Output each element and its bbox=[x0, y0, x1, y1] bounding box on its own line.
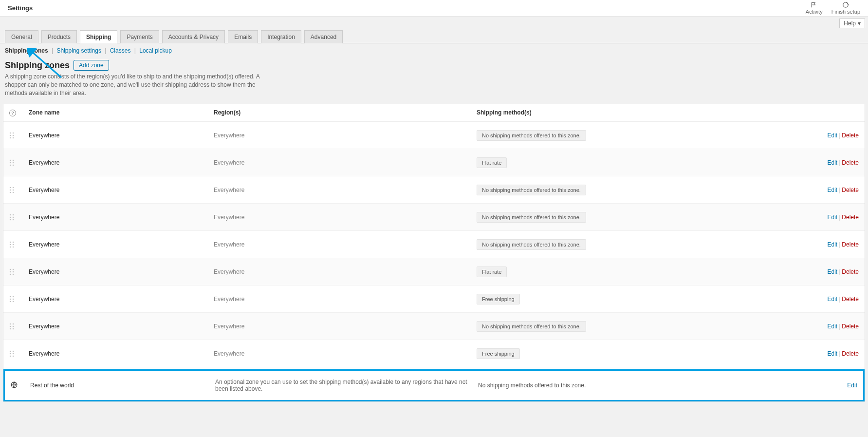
zone-name[interactable]: Everywhere bbox=[29, 241, 214, 248]
flag-icon bbox=[811, 1, 817, 8]
svg-point-27 bbox=[10, 242, 11, 243]
drag-handle-icon[interactable] bbox=[9, 159, 29, 166]
delete-link[interactable]: Delete bbox=[842, 241, 859, 248]
drag-handle-icon[interactable] bbox=[9, 296, 29, 303]
subnav-shipping-settings[interactable]: Shipping settings bbox=[56, 47, 101, 54]
delete-link[interactable]: Delete bbox=[842, 159, 859, 166]
activity-button[interactable]: Activity bbox=[806, 1, 823, 15]
zone-methods: No shipping methods offered to this zone… bbox=[477, 185, 791, 195]
svg-point-26 bbox=[13, 219, 14, 220]
edit-link[interactable]: Edit bbox=[828, 296, 838, 303]
edit-link[interactable]: Edit bbox=[828, 159, 838, 166]
svg-point-50 bbox=[13, 328, 14, 329]
svg-point-12 bbox=[13, 162, 14, 163]
table-row: EverywhereEverywhereFree shippingEdit|De… bbox=[3, 340, 865, 367]
tab-emails[interactable]: Emails bbox=[228, 30, 258, 43]
svg-point-42 bbox=[13, 299, 14, 300]
edit-link[interactable]: Edit bbox=[828, 241, 838, 248]
table-row: EverywhereEverywhereNo shipping methods … bbox=[3, 204, 865, 231]
svg-point-17 bbox=[10, 190, 11, 190]
zone-name[interactable]: Everywhere bbox=[29, 132, 214, 139]
table-row: EverywhereEverywhereFlat rateEdit|Delete bbox=[3, 149, 865, 176]
subnav-classes[interactable]: Classes bbox=[110, 47, 131, 54]
table-row: EverywhereEverywhereNo shipping methods … bbox=[3, 122, 865, 149]
delete-link[interactable]: Delete bbox=[842, 214, 859, 221]
add-zone-button[interactable]: Add zone bbox=[74, 60, 109, 71]
edit-link[interactable]: Edit bbox=[828, 187, 838, 193]
svg-point-41 bbox=[10, 299, 11, 300]
tab-products[interactable]: Products bbox=[41, 30, 77, 43]
subnav-shipping-zones[interactable]: Shipping zones bbox=[5, 47, 48, 54]
drag-handle-icon[interactable] bbox=[9, 214, 29, 221]
svg-point-34 bbox=[13, 269, 14, 270]
method-badge: No shipping methods offered to this zone… bbox=[477, 321, 586, 332]
svg-point-25 bbox=[10, 219, 11, 220]
rest-of-world-row: Rest of the world An optional zone you c… bbox=[3, 369, 865, 401]
zone-methods: Flat rate bbox=[477, 157, 791, 168]
svg-point-6 bbox=[13, 135, 14, 136]
zone-methods: No shipping methods offered to this zone… bbox=[477, 130, 791, 141]
delete-link[interactable]: Delete bbox=[842, 350, 859, 357]
svg-point-35 bbox=[10, 271, 11, 272]
caret-down-icon: ▾ bbox=[858, 20, 861, 27]
table-row: EverywhereEverywhereNo shipping methods … bbox=[3, 313, 865, 340]
zone-name[interactable]: Everywhere bbox=[29, 296, 214, 303]
subnav-local-pickup[interactable]: Local pickup bbox=[139, 47, 172, 54]
drag-handle-icon[interactable] bbox=[9, 241, 29, 248]
zone-region: Everywhere bbox=[214, 323, 477, 330]
drag-handle-icon[interactable] bbox=[9, 323, 29, 330]
svg-point-5 bbox=[10, 135, 11, 136]
svg-point-11 bbox=[10, 162, 11, 163]
svg-point-33 bbox=[10, 269, 11, 270]
edit-link[interactable]: Edit bbox=[828, 350, 838, 357]
zone-name[interactable]: Rest of the world bbox=[30, 382, 215, 389]
svg-point-56 bbox=[13, 356, 14, 357]
edit-link[interactable]: Edit bbox=[828, 268, 838, 275]
zone-name[interactable]: Everywhere bbox=[29, 214, 214, 221]
drag-handle-icon[interactable] bbox=[9, 132, 29, 139]
svg-point-19 bbox=[10, 192, 11, 193]
svg-point-24 bbox=[13, 217, 14, 218]
edit-link[interactable]: Edit bbox=[828, 323, 838, 330]
zone-name[interactable]: Everywhere bbox=[29, 323, 214, 330]
zone-name[interactable]: Everywhere bbox=[29, 187, 214, 193]
tab-shipping[interactable]: Shipping bbox=[80, 30, 117, 43]
zone-methods: No shipping methods offered to this zone… bbox=[477, 212, 791, 223]
edit-link[interactable]: Edit bbox=[847, 382, 857, 389]
delete-link[interactable]: Delete bbox=[842, 268, 859, 275]
zone-name[interactable]: Everywhere bbox=[29, 159, 214, 166]
edit-link[interactable]: Edit bbox=[828, 214, 838, 221]
finish-setup-button[interactable]: Finish setup bbox=[831, 1, 860, 15]
delete-link[interactable]: Delete bbox=[842, 296, 859, 303]
zone-name[interactable]: Everywhere bbox=[29, 268, 214, 275]
drag-handle-icon[interactable] bbox=[9, 268, 29, 275]
svg-point-48 bbox=[13, 326, 14, 327]
method-badge: Free shipping bbox=[477, 348, 520, 359]
svg-point-16 bbox=[13, 187, 14, 188]
svg-point-51 bbox=[10, 351, 11, 352]
method-badge: Free shipping bbox=[477, 294, 520, 304]
drag-handle-icon[interactable] bbox=[9, 187, 29, 193]
delete-link[interactable]: Delete bbox=[842, 132, 859, 139]
globe-icon bbox=[11, 381, 30, 390]
help-toggle[interactable]: Help ▾ bbox=[839, 19, 865, 28]
table-header-row: ? Zone name Region(s) Shipping method(s) bbox=[3, 104, 865, 122]
drag-handle-icon[interactable] bbox=[9, 350, 29, 357]
tab-accounts-privacy[interactable]: Accounts & Privacy bbox=[162, 30, 225, 43]
zone-name[interactable]: Everywhere bbox=[29, 350, 214, 357]
zone-region: Everywhere bbox=[214, 350, 477, 357]
zone-methods: No shipping methods offered to this zone… bbox=[477, 239, 791, 250]
zone-region: Everywhere bbox=[214, 296, 477, 303]
svg-point-49 bbox=[10, 328, 11, 329]
tab-integration[interactable]: Integration bbox=[261, 30, 301, 43]
svg-point-39 bbox=[10, 296, 11, 297]
delete-link[interactable]: Delete bbox=[842, 323, 859, 330]
top-bar: Settings Activity Finish setup bbox=[0, 0, 868, 17]
edit-link[interactable]: Edit bbox=[828, 132, 838, 139]
tab-advanced[interactable]: Advanced bbox=[304, 30, 343, 43]
help-icon[interactable]: ? bbox=[9, 110, 16, 116]
svg-point-29 bbox=[10, 244, 11, 245]
tab-payments[interactable]: Payments bbox=[120, 30, 159, 43]
tab-general[interactable]: General bbox=[5, 30, 38, 43]
delete-link[interactable]: Delete bbox=[842, 187, 859, 193]
